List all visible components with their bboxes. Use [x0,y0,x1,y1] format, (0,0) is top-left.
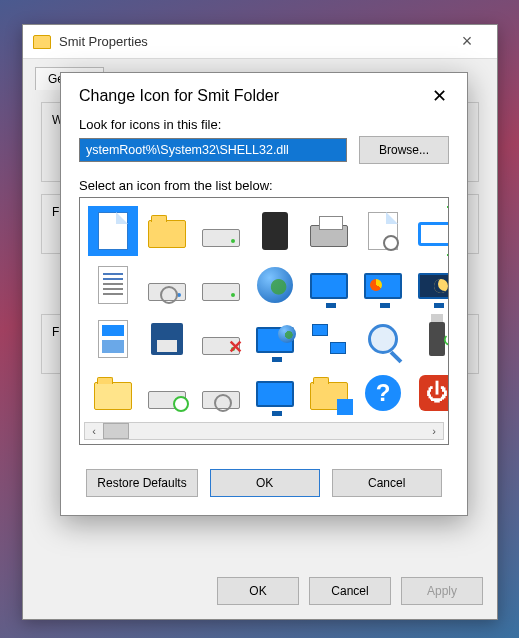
look-label: Look for icons in this file: [79,117,449,132]
icon-drive-error[interactable]: ✕ [196,314,246,364]
icon-monitor[interactable] [304,260,354,310]
icon-globe[interactable] [250,260,300,310]
cancel-button[interactable]: Cancel [332,469,442,497]
scroll-track[interactable] [103,423,425,439]
icon-list-document[interactable] [88,314,138,364]
icon-document-clock[interactable] [358,206,408,256]
icon-folder-apps[interactable] [304,368,354,418]
icon-run-window[interactable] [412,206,449,256]
select-label: Select an icon from the list below: [79,178,449,193]
properties-titlebar[interactable]: Smit Properties × [23,25,497,59]
icon-help[interactable]: ? [358,368,408,418]
scroll-left-icon[interactable]: ‹ [85,425,103,437]
icon-power[interactable]: ⏻ [412,368,449,418]
icon-hard-drive[interactable] [196,206,246,256]
window-title: Smit Properties [59,34,439,49]
properties-button-row: OK Cancel Apply [217,577,483,605]
ok-button[interactable]: OK [217,577,299,605]
dialog-title: Change Icon for Smit Folder [79,87,425,105]
apply-button: Apply [401,577,483,605]
icon-blank-document[interactable] [88,206,138,256]
icon-list: ✕ ↺ ? ⏻ ‹ › [79,197,449,445]
folder-icon [33,35,51,49]
icon-path-input[interactable]: ystemRoot%\System32\SHELL32.dll [79,138,347,162]
icon-network-monitor[interactable] [250,314,300,364]
scroll-thumb[interactable] [103,423,129,439]
dialog-button-row: Restore Defaults OK Cancel [79,469,449,497]
restore-defaults-button[interactable]: Restore Defaults [86,469,197,497]
icon-drive-opt2[interactable] [196,368,246,418]
horizontal-scrollbar[interactable]: ‹ › [84,422,444,440]
icon-drive-eco[interactable] [196,260,246,310]
icon-drive-optical[interactable] [142,260,192,310]
icon-monitor-night[interactable] [412,260,449,310]
icon-text-document[interactable] [88,260,138,310]
ok-button[interactable]: OK [210,469,320,497]
close-icon[interactable]: × [447,31,487,52]
icon-chip[interactable] [250,206,300,256]
icon-grid: ✕ ↺ ? ⏻ [88,206,444,418]
icon-monitor-chart[interactable] [358,260,408,310]
icon-magnifier[interactable] [358,314,408,364]
icon-folder-open[interactable] [88,368,138,418]
dialog-titlebar[interactable]: Change Icon for Smit Folder ✕ [61,73,467,117]
icon-drive-plus[interactable] [142,368,192,418]
close-icon[interactable]: ✕ [425,85,453,107]
icon-usb-eject[interactable]: ↺ [412,314,449,364]
icon-printer[interactable] [304,206,354,256]
icon-network-link[interactable] [304,314,354,364]
icon-floppy[interactable] [142,314,192,364]
cancel-button[interactable]: Cancel [309,577,391,605]
icon-monitor-blank[interactable] [250,368,300,418]
browse-button[interactable]: Browse... [359,136,449,164]
icon-folder[interactable] [142,206,192,256]
change-icon-dialog: Change Icon for Smit Folder ✕ Look for i… [60,72,468,516]
scroll-right-icon[interactable]: › [425,425,443,437]
